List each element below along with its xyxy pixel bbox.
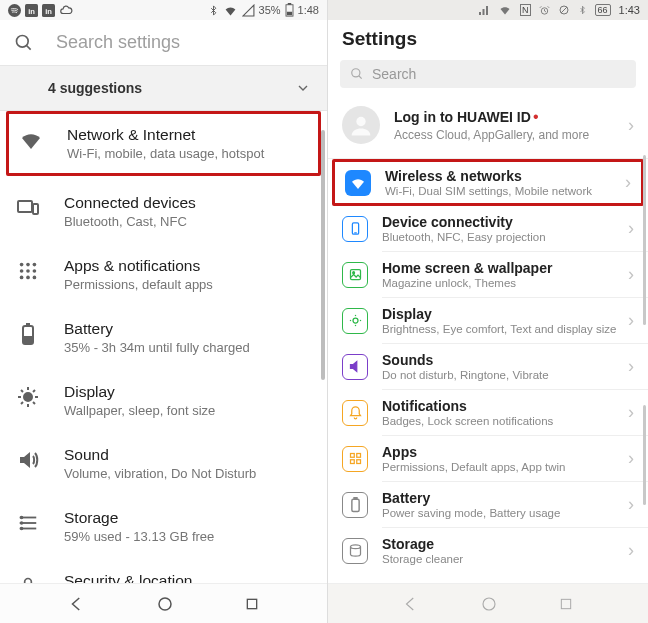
notification-dot-icon: •	[533, 108, 539, 125]
row-connected-devices[interactable]: Connected devicesBluetooth, Cast, NFC	[0, 180, 327, 243]
row-sub: Wi-Fi, Dual SIM settings, Mobile network	[385, 185, 625, 197]
svg-rect-58	[356, 454, 360, 458]
suggestions-text: 4 suggestions	[48, 80, 142, 96]
row-title: Home screen & wallpaper	[382, 260, 628, 276]
svg-point-12	[20, 263, 24, 267]
row-sub: Brightness, Eye comfort, Text and displa…	[382, 323, 628, 335]
svg-rect-11	[33, 204, 38, 214]
svg-line-30	[33, 402, 35, 404]
chevron-right-icon: ›	[628, 264, 634, 285]
search-icon	[350, 67, 364, 81]
battery-percent: 66	[595, 4, 611, 16]
row-notifications[interactable]: Notifications Badges, Lock screen notifi…	[328, 390, 648, 435]
row-display[interactable]: DisplayWallpaper, sleep, font size	[0, 369, 327, 432]
chevron-right-icon: ›	[628, 402, 634, 423]
row-network-internet[interactable]: Network & InternetWi-Fi, mobile, data us…	[6, 111, 321, 176]
chevron-right-icon: ›	[628, 448, 634, 469]
row-apps[interactable]: Apps Permissions, Default apps, App twin…	[328, 436, 648, 481]
scrollbar[interactable]	[643, 405, 646, 505]
row-title: Device connectivity	[382, 214, 628, 230]
wifi-icon	[223, 4, 238, 17]
row-sub: Storage cleaner	[382, 553, 628, 565]
row-title: Storage	[382, 536, 628, 552]
mute-icon	[558, 4, 570, 16]
search-settings[interactable]: Search settings	[0, 20, 327, 65]
row-sounds[interactable]: Sounds Do not disturb, Ringtone, Vibrate…	[328, 344, 648, 389]
lock-icon	[16, 574, 40, 583]
row-battery[interactable]: Battery35% - 3h 34m until fully charged	[0, 306, 327, 369]
row-display[interactable]: Display Brightness, Eye comfort, Text an…	[328, 298, 648, 343]
battery-icon	[285, 3, 294, 17]
search-input[interactable]: Search	[340, 60, 636, 88]
row-home-screen-wallpaper[interactable]: Home screen & wallpaper Magazine unlock,…	[328, 252, 648, 297]
search-placeholder: Search settings	[56, 32, 180, 53]
display-icon	[16, 385, 40, 409]
svg-rect-22	[26, 323, 30, 326]
row-device-connectivity[interactable]: Device connectivity Bluetooth, NFC, Easy…	[328, 206, 648, 251]
svg-rect-65	[561, 599, 570, 608]
apps-icon	[342, 446, 368, 472]
row-storage[interactable]: Storage Storage cleaner ›	[328, 528, 648, 573]
row-apps-notifications[interactable]: Apps & notificationsPermissions, default…	[0, 243, 327, 306]
spotify-icon	[8, 4, 21, 17]
row-sound[interactable]: SoundVolume, vibration, Do Not Disturb	[0, 432, 327, 495]
signal-icon	[242, 4, 255, 17]
svg-point-17	[33, 269, 37, 273]
chevron-right-icon: ›	[628, 494, 634, 515]
svg-rect-60	[356, 460, 360, 464]
svg-rect-41	[247, 599, 256, 608]
row-sub: Wallpaper, sleep, font size	[64, 403, 215, 418]
row-sub: Badges, Lock screen notifications	[382, 415, 628, 427]
svg-rect-7	[286, 12, 291, 16]
device-connectivity-icon	[342, 216, 368, 242]
row-sub: Wi-Fi, mobile, data usage, hotspot	[67, 146, 264, 161]
storage-icon	[16, 511, 40, 535]
suggestions-bar[interactable]: 4 suggestions	[0, 65, 327, 111]
phone-android-9: N 66 1:43 Settings Search Log in to HUAW…	[328, 0, 648, 623]
login-huawei-id[interactable]: Log in to HUAWEI ID• Access Cloud, AppGa…	[328, 96, 648, 159]
nav-recent-button[interactable]	[558, 596, 574, 612]
nav-bar	[0, 583, 327, 623]
nav-home-button[interactable]	[156, 595, 174, 613]
row-sub: Bluetooth, Cast, NFC	[64, 214, 196, 229]
row-title: Storage	[64, 509, 214, 527]
svg-point-36	[21, 517, 23, 519]
status-bar: in in 35% 1:48	[0, 0, 327, 20]
chevron-down-icon	[295, 80, 311, 96]
settings-header: Settings	[328, 20, 648, 54]
scrollbar[interactable]	[321, 130, 325, 380]
svg-rect-61	[351, 499, 358, 511]
scrollbar[interactable]	[643, 155, 646, 325]
status-bar: N 66 1:43	[328, 0, 648, 20]
svg-text:in: in	[45, 6, 52, 15]
svg-point-51	[352, 272, 354, 274]
svg-point-63	[350, 545, 360, 549]
nav-recent-button[interactable]	[244, 596, 260, 612]
row-wireless-networks[interactable]: Wireless & networks Wi-Fi, Dual SIM sett…	[332, 159, 644, 206]
chevron-right-icon: ›	[628, 115, 634, 136]
row-sub: Permissions, Default apps, App twin	[382, 461, 628, 473]
row-security-location[interactable]: Security & location	[0, 558, 327, 583]
nav-back-button[interactable]	[68, 595, 86, 613]
sounds-icon	[342, 354, 368, 380]
linkedin-icon: in	[42, 4, 55, 17]
row-sub: Do not disturb, Ringtone, Vibrate	[382, 369, 628, 381]
bluetooth-icon	[208, 4, 219, 17]
nav-back-button[interactable]	[402, 595, 420, 613]
svg-line-29	[21, 390, 23, 392]
row-title: Sounds	[382, 352, 628, 368]
row-storage[interactable]: Storage59% used - 13.13 GB free	[0, 495, 327, 558]
cloud-icon	[59, 3, 73, 17]
apps-icon	[16, 259, 40, 283]
notifications-icon	[342, 400, 368, 426]
row-battery[interactable]: Battery Power saving mode, Battery usage…	[328, 482, 648, 527]
wireless-networks-icon	[345, 170, 371, 196]
alarm-icon	[539, 5, 550, 16]
phone-android-8: in in 35% 1:48 Search settings 4 suggest…	[0, 0, 328, 623]
svg-point-14	[33, 263, 37, 267]
nav-home-button[interactable]	[480, 595, 498, 613]
row-title: Display	[382, 306, 628, 322]
row-title: Connected devices	[64, 194, 196, 212]
svg-point-40	[159, 598, 171, 610]
row-sub: Permissions, default apps	[64, 277, 213, 292]
